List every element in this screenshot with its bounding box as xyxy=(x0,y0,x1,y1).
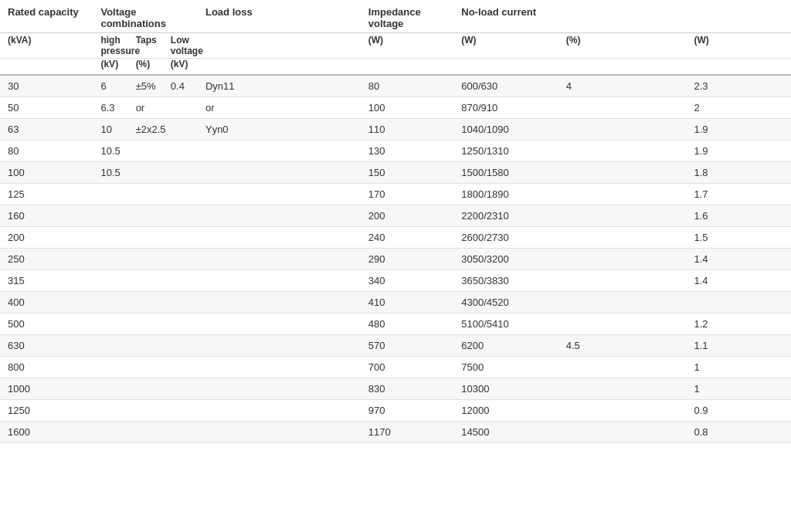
header-impedance-voltage xyxy=(558,0,687,33)
cell-ll: 1040/1090 xyxy=(453,119,558,141)
cell-lv xyxy=(163,184,198,205)
cell-kva: 1250 xyxy=(0,400,93,422)
header-no-load-current xyxy=(686,0,791,33)
header-ll-sub xyxy=(453,59,558,76)
cell-hp xyxy=(93,227,127,249)
cell-nlc: 1.9 xyxy=(686,141,791,162)
table-row: 2002402600/27301.5 xyxy=(0,227,791,249)
cell-kva: 200 xyxy=(0,227,93,249)
header-lv-sub: (kV) xyxy=(163,59,198,76)
cell-ll: 7500 xyxy=(453,357,558,378)
cell-nlc: 2 xyxy=(686,97,791,119)
table-row: 506.3oror100870/9102 xyxy=(0,97,791,119)
cell-nll: 240 xyxy=(361,227,453,249)
cell-taps xyxy=(128,249,163,270)
cell-hp xyxy=(93,400,127,422)
cell-iv xyxy=(558,184,687,205)
cell-ll: 6200 xyxy=(453,335,558,357)
table-row: 5004805100/54101.2 xyxy=(0,313,791,335)
cell-nlc: 1.4 xyxy=(686,270,791,292)
cell-iv xyxy=(558,119,687,141)
cell-nll: 80 xyxy=(361,75,453,97)
cell-taps xyxy=(128,205,163,227)
cell-nlc: 1.1 xyxy=(686,335,791,357)
cell-hp xyxy=(93,313,127,335)
cell-jgd xyxy=(198,249,361,270)
cell-hp xyxy=(93,422,127,443)
cell-nll: 170 xyxy=(361,184,453,205)
header-low-voltage: Low voltage xyxy=(163,33,198,59)
cell-taps: ±2x2.5 xyxy=(128,119,163,141)
cell-jgd: Yyn0 xyxy=(198,119,361,141)
cell-nlc: 1 xyxy=(686,357,791,378)
cell-lv xyxy=(163,270,198,292)
cell-taps xyxy=(128,270,163,292)
cell-hp: 6.3 xyxy=(93,97,127,119)
cell-ll: 1500/1580 xyxy=(453,162,558,184)
table-row: 2502903050/32001.4 xyxy=(0,249,791,270)
cell-ll: 3050/3200 xyxy=(453,249,558,270)
cell-lv xyxy=(163,313,198,335)
cell-hp xyxy=(93,335,127,357)
cell-nlc: 0.8 xyxy=(686,422,791,443)
header-nll-unit: (W) xyxy=(361,33,453,59)
header-jgd-unit xyxy=(198,33,361,59)
cell-nlc: 0.9 xyxy=(686,400,791,422)
cell-nlc: 1.2 xyxy=(686,313,791,335)
cell-iv xyxy=(558,313,687,335)
header-high-pressure: high pressure xyxy=(93,33,127,59)
cell-kva: 315 xyxy=(0,270,93,292)
cell-jgd xyxy=(198,378,361,400)
cell-ll: 1250/1310 xyxy=(453,141,558,162)
cell-taps xyxy=(128,227,163,249)
cell-nll: 480 xyxy=(361,313,453,335)
cell-iv xyxy=(558,162,687,184)
header-voltage-combinations: Voltage combinations xyxy=(93,0,198,33)
cell-nll: 150 xyxy=(361,162,453,184)
header-jgd-sub xyxy=(198,59,361,76)
table-row: 306±5%0.4Dyn1180600/63042.3 xyxy=(0,75,791,97)
cell-taps xyxy=(128,184,163,205)
header-nlc-sub xyxy=(686,59,791,76)
cell-lv xyxy=(163,205,198,227)
cell-lv xyxy=(163,292,198,313)
cell-iv xyxy=(558,422,687,443)
cell-nll: 830 xyxy=(361,378,453,400)
cell-jgd xyxy=(198,292,361,313)
cell-kva: 800 xyxy=(0,357,93,378)
cell-lv xyxy=(163,119,198,141)
table-row: 10010.51501500/15801.8 xyxy=(0,162,791,184)
cell-iv xyxy=(558,141,687,162)
cell-nlc: 1 xyxy=(686,378,791,400)
cell-iv xyxy=(558,400,687,422)
cell-iv xyxy=(558,249,687,270)
cell-nll: 290 xyxy=(361,249,453,270)
cell-kva: 630 xyxy=(0,335,93,357)
header-no-load-loss: Impedance voltage xyxy=(361,0,453,33)
cell-kva: 80 xyxy=(0,141,93,162)
cell-lv xyxy=(163,97,198,119)
cell-lv xyxy=(163,162,198,184)
cell-jgd xyxy=(198,270,361,292)
cell-nlc: 2.3 xyxy=(686,75,791,97)
table-row: 1251701800/18901.7 xyxy=(0,184,791,205)
header-row-1: Rated capacity Voltage combinations Load… xyxy=(0,0,791,33)
cell-iv xyxy=(558,292,687,313)
cell-nll: 410 xyxy=(361,292,453,313)
cell-lv xyxy=(163,227,198,249)
cell-taps xyxy=(128,141,163,162)
cell-jgd xyxy=(198,357,361,378)
cell-hp xyxy=(93,249,127,270)
cell-taps xyxy=(128,422,163,443)
cell-kva: 30 xyxy=(0,75,93,97)
cell-lv xyxy=(163,422,198,443)
cell-nll: 570 xyxy=(361,335,453,357)
table-row: 80070075001 xyxy=(0,357,791,378)
cell-taps xyxy=(128,162,163,184)
header-rated-capacity: Rated capacity xyxy=(0,0,93,33)
cell-nll: 1170 xyxy=(361,422,453,443)
cell-kva: 500 xyxy=(0,313,93,335)
cell-jgd: Dyn11 xyxy=(198,75,361,97)
table-row: 1602002200/23101.6 xyxy=(0,205,791,227)
table-row: 3153403650/38301.4 xyxy=(0,270,791,292)
